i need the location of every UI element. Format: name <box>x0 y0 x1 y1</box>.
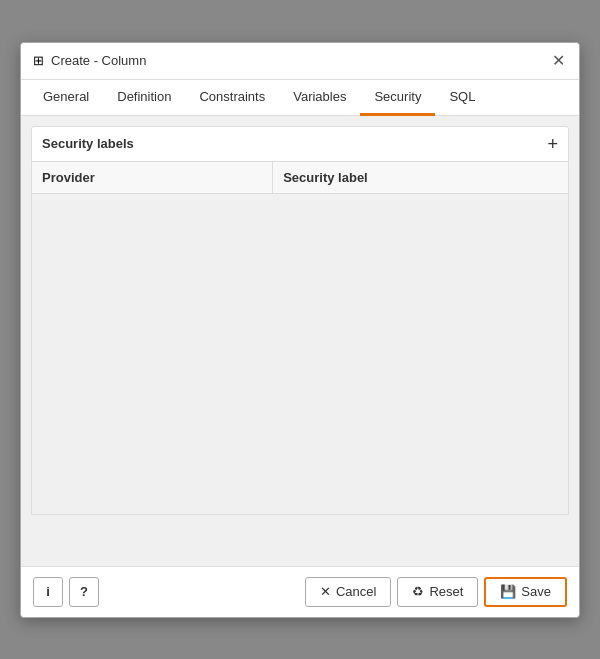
reset-button[interactable]: ♻ Reset <box>397 577 478 607</box>
info-button[interactable]: i <box>33 577 63 607</box>
footer-left: i ? <box>33 577 99 607</box>
security-labels-header: Security labels + <box>31 126 569 162</box>
cancel-button[interactable]: ✕ Cancel <box>305 577 391 607</box>
dialog-titlebar: ⊞ Create - Column ✕ <box>21 43 579 80</box>
table-header: Provider Security label <box>32 162 568 194</box>
reset-icon: ♻ <box>412 584 424 599</box>
cancel-icon: ✕ <box>320 584 331 599</box>
dialog-footer: i ? ✕ Cancel ♻ Reset 💾 Save <box>21 566 579 617</box>
dialog-icon: ⊞ <box>31 54 45 68</box>
tab-bar: General Definition Constraints Variables… <box>21 80 579 116</box>
save-label: Save <box>521 584 551 599</box>
tab-definition[interactable]: Definition <box>103 80 185 116</box>
security-label-column-header: Security label <box>273 162 568 193</box>
footer-right: ✕ Cancel ♻ Reset 💾 Save <box>305 577 567 607</box>
save-button[interactable]: 💾 Save <box>484 577 567 607</box>
tab-sql[interactable]: SQL <box>435 80 489 116</box>
help-button[interactable]: ? <box>69 577 99 607</box>
table-body <box>32 194 568 514</box>
add-security-label-button[interactable]: + <box>547 135 558 153</box>
tab-general[interactable]: General <box>29 80 103 116</box>
tab-security[interactable]: Security <box>360 80 435 116</box>
create-column-dialog: ⊞ Create - Column ✕ General Definition C… <box>20 42 580 618</box>
tab-constraints[interactable]: Constraints <box>185 80 279 116</box>
save-icon: 💾 <box>500 584 516 599</box>
security-labels-title: Security labels <box>42 136 134 151</box>
security-labels-table: Provider Security label <box>31 162 569 515</box>
cancel-label: Cancel <box>336 584 376 599</box>
dialog-title: Create - Column <box>51 53 146 68</box>
close-button[interactable]: ✕ <box>548 51 569 71</box>
tab-variables[interactable]: Variables <box>279 80 360 116</box>
title-left: ⊞ Create - Column <box>31 53 146 68</box>
provider-column-header: Provider <box>32 162 273 193</box>
dialog-body: Security labels + Provider Security labe… <box>21 116 579 566</box>
reset-label: Reset <box>429 584 463 599</box>
